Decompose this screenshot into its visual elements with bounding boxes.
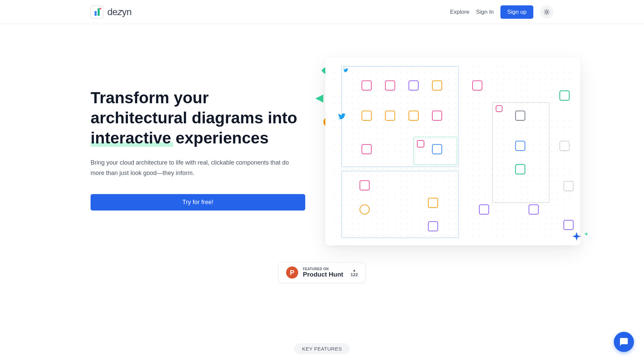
sparkle-small-icon: [584, 232, 588, 236]
diagram-node: [385, 111, 395, 121]
upvote-arrow-icon: ▲: [351, 268, 358, 272]
diagram-node: [432, 80, 442, 90]
hero-illustration: [325, 58, 580, 245]
theme-toggle-button[interactable]: [540, 5, 553, 19]
features-section: KEY FEATURES Why choose Dezyn?: [0, 343, 644, 362]
producthunt-logo-icon: P: [286, 266, 298, 279]
diagram-node: [559, 141, 570, 151]
diagram-node: [362, 80, 372, 90]
nav-explore[interactable]: Explore: [450, 9, 470, 15]
svg-line-4: [548, 13, 549, 14]
hero-title-part2: experiences: [171, 129, 269, 147]
hero-title: Transform your architectural diagrams in…: [91, 88, 305, 148]
producthunt-text: FEATURED ON Product Hunt: [303, 267, 351, 278]
svg-line-3: [545, 10, 545, 10]
hero-content: Transform your architectural diagrams in…: [91, 58, 305, 245]
hero-title-highlight: interactive: [91, 128, 171, 148]
diagram-node: [515, 141, 525, 151]
diagram-node: [409, 111, 419, 121]
logo-icon: [91, 6, 103, 18]
sun-icon: [543, 9, 550, 15]
twitter-icon: [338, 113, 345, 119]
diagram-preview: [325, 58, 580, 245]
features-badge: KEY FEATURES: [294, 343, 350, 354]
producthunt-featured-label: FEATURED ON: [303, 267, 351, 271]
diagram-node: [409, 80, 419, 90]
brand-name: dezyn: [107, 7, 131, 17]
diagram-node: [479, 204, 489, 215]
svg-line-8: [548, 10, 549, 10]
hero-section: Transform your architectural diagrams in…: [0, 24, 644, 259]
diagram-node: [559, 90, 570, 101]
svg-marker-10: [315, 95, 323, 103]
twitter-icon: [343, 68, 348, 72]
diagram-node: [564, 181, 574, 191]
diagram-node: [360, 180, 370, 190]
hero-title-part1: Transform your architectural diagrams in…: [91, 89, 297, 127]
main-nav: Explore Sign In Sign up: [450, 5, 553, 19]
diagram-node: [385, 80, 395, 90]
sparkle-icon: [572, 232, 581, 241]
nav-signin[interactable]: Sign In: [476, 9, 494, 15]
hero-subtitle: Bring your cloud architecture to life wi…: [91, 158, 292, 178]
diagram-node: [515, 111, 525, 121]
deco-triangle-icon: [315, 95, 325, 103]
diagram-node: [360, 204, 370, 215]
svg-point-0: [546, 11, 548, 13]
diagram-node: [432, 144, 442, 154]
diagram-node: [362, 144, 372, 154]
producthunt-badge[interactable]: P FEATURED ON Product Hunt ▲ 122: [278, 262, 366, 283]
diagram-canvas: [331, 64, 574, 239]
diagram-group: [341, 171, 459, 238]
diagram-node: [362, 111, 372, 121]
diagram-node: [496, 105, 502, 112]
chat-button[interactable]: [614, 332, 634, 352]
chat-icon: [619, 337, 629, 347]
producthunt-upvote: ▲ 122: [351, 268, 358, 277]
diagram-node: [428, 221, 438, 231]
diagram-node: [428, 198, 438, 208]
svg-line-7: [545, 13, 545, 14]
diagram-node: [472, 80, 482, 90]
producthunt-name: Product Hunt: [303, 271, 351, 278]
site-header: dezyn Explore Sign In Sign up: [0, 0, 644, 24]
diagram-node: [564, 220, 574, 230]
diagram-node: [529, 204, 539, 215]
diagram-node: [432, 111, 442, 121]
diagram-node: [417, 140, 424, 147]
signup-button[interactable]: Sign up: [500, 5, 533, 19]
cta-button[interactable]: Try for free!: [91, 194, 305, 210]
producthunt-upvote-count: 122: [351, 272, 358, 277]
diagram-node: [515, 164, 525, 174]
brand-logo[interactable]: dezyn: [91, 6, 131, 18]
